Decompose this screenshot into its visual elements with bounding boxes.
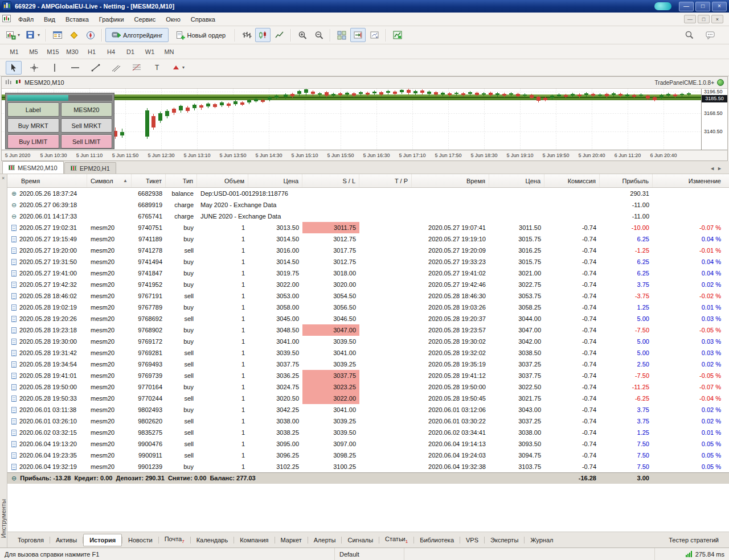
menu-item-3[interactable]: Графики: [94, 14, 129, 25]
child-close-button[interactable]: ×: [711, 15, 723, 23]
menu-item-1[interactable]: Вид: [39, 14, 60, 25]
history-row[interactable]: 2020.06.01 03:26:10mesm209802620sell1303…: [7, 415, 729, 427]
history-row[interactable]: 2020.05.28 19:50:00mesm209770164buy13024…: [7, 381, 729, 393]
column-header-11[interactable]: Прибыль: [600, 174, 653, 187]
history-row[interactable]: 2020.06.02 03:32:15mesm209835275sell1303…: [7, 427, 729, 438]
crosshair-tool-button[interactable]: [26, 61, 42, 75]
zoom-in-button[interactable]: [294, 28, 310, 42]
history-row[interactable]: 2020.05.28 19:02:19mesm209767789buy13058…: [7, 302, 729, 313]
column-header-9[interactable]: Цена: [489, 174, 544, 187]
column-header-10[interactable]: Комиссия: [544, 174, 600, 187]
history-row[interactable]: 2020.05.27 19:20:00mesm209741278sell1301…: [7, 245, 729, 256]
history-row[interactable]: 2020.05.28 19:23:18mesm209768902buy13048…: [7, 324, 729, 336]
market-watch-button[interactable]: [50, 28, 65, 42]
algo-trading-button[interactable]: Алготрейдинг: [105, 28, 168, 42]
tab-scroll-right-icon[interactable]: ►: [717, 166, 722, 171]
column-header-7[interactable]: T / P: [359, 174, 412, 187]
candlestick-chart-button[interactable]: [255, 28, 271, 42]
history-row[interactable]: 2020.05.27 19:31:50mesm209741494buy13014…: [7, 256, 729, 267]
chat-button[interactable]: [702, 28, 718, 42]
status-profile[interactable]: Default: [335, 548, 404, 560]
trade-panel-button-label[interactable]: Label: [7, 102, 59, 117]
strategy-tester-label[interactable]: Тестер стратегий: [669, 537, 724, 543]
bottom-tab-11[interactable]: Библиотека: [414, 534, 460, 546]
bottom-tab-13[interactable]: Эксперты: [485, 534, 524, 546]
history-row[interactable]: 2020.05.28 19:31:42mesm209769281sell1303…: [7, 347, 729, 359]
trade-panel-button-buy-mrkt[interactable]: Buy MRKT: [7, 118, 59, 133]
menu-item-5[interactable]: Окно: [161, 14, 186, 25]
history-row[interactable]: ⊖2020.06.01 14:17:336765741chargeJUNE 20…: [7, 211, 729, 222]
history-row[interactable]: 2020.05.28 19:20:26mesm209768692sell1304…: [7, 313, 729, 324]
minimize-button[interactable]: —: [679, 2, 694, 11]
column-header-12[interactable]: Изменение: [653, 174, 729, 187]
trade-panel-button-sell-mrkt[interactable]: Sell MRKT: [61, 118, 113, 133]
column-header-0[interactable]: Время: [7, 174, 87, 187]
child-restore-button[interactable]: □: [698, 15, 710, 23]
bottom-tab-1[interactable]: Активы: [50, 534, 83, 546]
time-axis[interactable]: 5 Jun 20205 Jun 10:305 Jun 11:105 Jun 11…: [2, 150, 727, 160]
menu-item-4[interactable]: Сервис: [129, 14, 161, 25]
bottom-tab-7[interactable]: Маркет: [275, 534, 308, 546]
column-header-8[interactable]: Время: [412, 174, 489, 187]
new-order-button[interactable]: Новый ордер: [170, 28, 232, 42]
trade-panel-button-sell-limit[interactable]: Sell LIMIT: [61, 134, 113, 149]
cursor-tool-button[interactable]: [6, 61, 22, 75]
vertical-line-tool-button[interactable]: [47, 61, 63, 75]
bottom-tab-6[interactable]: Компания: [234, 534, 274, 546]
indicators-button[interactable]: [390, 28, 405, 42]
trade-panel-button-mesm20[interactable]: MESM20: [61, 102, 113, 117]
history-row[interactable]: 2020.05.28 19:30:00mesm209769172buy13041…: [7, 336, 729, 347]
history-row[interactable]: 2020.05.28 19:50:33mesm209770244sell1302…: [7, 393, 729, 404]
timeframe-m15[interactable]: M15: [44, 46, 62, 57]
history-row[interactable]: 2020.05.27 19:42:32mesm209741952buy13022…: [7, 279, 729, 290]
column-header-3[interactable]: Тип: [166, 174, 197, 187]
column-header-2[interactable]: Тикет: [132, 174, 166, 187]
history-row[interactable]: 2020.05.27 19:41:00mesm209741847buy13019…: [7, 267, 729, 279]
bottom-tab-12[interactable]: VPS: [460, 534, 484, 546]
search-button[interactable]: [681, 28, 697, 42]
history-row[interactable]: 2020.06.04 19:23:35mesm209900911sell1309…: [7, 450, 729, 461]
timeframe-m5[interactable]: M5: [25, 46, 42, 57]
menu-item-0[interactable]: Файл: [13, 14, 39, 25]
history-row[interactable]: ⊕2020.05.26 18:37:246682938balanceDep:US…: [7, 188, 729, 199]
timeframe-d1[interactable]: D1: [122, 46, 139, 57]
trendline-tool-button[interactable]: [88, 61, 104, 75]
text-tool-button[interactable]: T: [149, 61, 165, 75]
history-row[interactable]: 2020.05.27 19:15:49mesm209741189buy13014…: [7, 233, 729, 245]
chart-canvas[interactable]: LabelMESM20Buy MRKTSell MRKTBuy LIMITSel…: [2, 89, 701, 150]
bottom-tab-8[interactable]: Алерты: [308, 534, 342, 546]
auto-scroll-button[interactable]: [367, 28, 382, 42]
history-row[interactable]: 2020.05.28 19:34:54mesm209769493sell1303…: [7, 359, 729, 370]
column-header-6[interactable]: S / L: [302, 174, 359, 187]
tradepanel-brand-icon[interactable]: [717, 79, 724, 86]
profiles-button[interactable]: ▾: [23, 28, 42, 42]
child-minimize-button[interactable]: —: [684, 15, 696, 23]
navigator-button[interactable]: [83, 28, 98, 42]
timeframe-m30[interactable]: M30: [64, 46, 81, 57]
bottom-tab-3[interactable]: Новости: [122, 534, 158, 546]
history-row[interactable]: 2020.06.01 03:11:38mesm209802493buy13042…: [7, 404, 729, 415]
timeframe-w1[interactable]: W1: [141, 46, 158, 57]
bottom-tab-10[interactable]: Статьи1: [379, 533, 413, 546]
timeframe-mn[interactable]: MN: [161, 46, 178, 57]
restore-button[interactable]: □: [695, 2, 710, 11]
bottom-tab-2[interactable]: История: [83, 534, 122, 546]
tab-scroll-left-icon[interactable]: ◄: [710, 166, 715, 171]
bottom-tab-4[interactable]: Почта7: [159, 533, 190, 546]
bottom-tab-5[interactable]: Календарь: [191, 534, 234, 546]
timeframe-h4[interactable]: H4: [103, 46, 120, 57]
menu-item-2[interactable]: Вставка: [60, 14, 94, 25]
channel-tool-button[interactable]: [108, 61, 124, 75]
history-row[interactable]: 2020.06.04 19:32:19mesm209901239buy13102…: [7, 461, 729, 472]
zoom-out-button[interactable]: [311, 28, 326, 42]
timeframe-h1[interactable]: H1: [83, 46, 100, 57]
price-axis[interactable]: 3196.503185.503168.503140.50: [701, 89, 727, 150]
column-header-5[interactable]: Цена: [248, 174, 302, 187]
history-row[interactable]: 2020.06.04 19:13:20mesm209900476sell1309…: [7, 438, 729, 450]
chart-tab-1[interactable]: EPM20,H1: [64, 162, 116, 174]
column-header-4[interactable]: Объем: [197, 174, 248, 187]
summary-collapse-icon[interactable]: ⊖: [11, 475, 17, 481]
tile-windows-button[interactable]: [334, 28, 349, 42]
history-row[interactable]: ⊖2020.05.27 06:39:186689919chargeMay 202…: [7, 199, 729, 211]
menu-item-6[interactable]: Справка: [186, 14, 220, 25]
